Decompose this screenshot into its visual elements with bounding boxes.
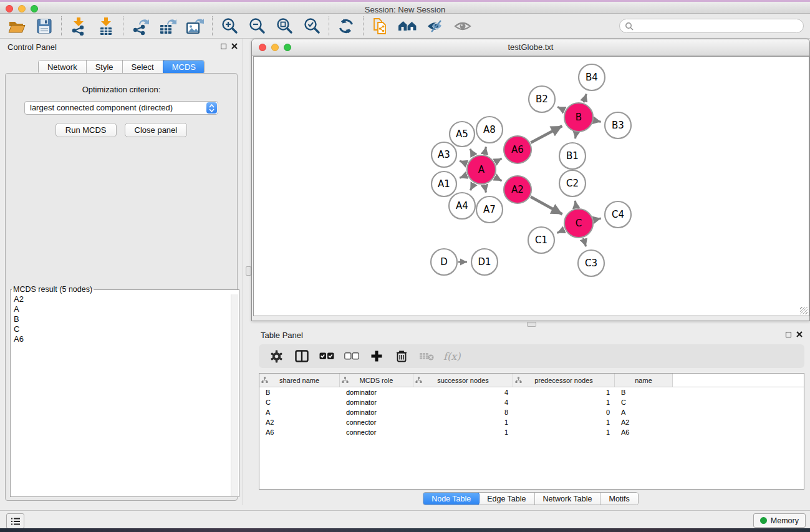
edge-A-A2[interactable] bbox=[495, 177, 502, 181]
cell-shared_name[interactable]: A bbox=[259, 409, 340, 416]
search-field[interactable] bbox=[619, 19, 804, 33]
edge-C-C3[interactable] bbox=[583, 238, 586, 246]
mcds-result-item[interactable]: A bbox=[11, 304, 231, 314]
table-row[interactable]: A6connector11A6 bbox=[259, 427, 804, 437]
cell-shared_name[interactable]: A6 bbox=[259, 428, 340, 436]
close-table-panel-icon[interactable] bbox=[796, 331, 803, 337]
edge-A-A3[interactable] bbox=[460, 161, 467, 164]
open-session-button[interactable] bbox=[4, 16, 29, 36]
tab-node-table[interactable]: Node Table bbox=[423, 492, 480, 505]
edge-B-B2[interactable] bbox=[557, 107, 564, 110]
cell-name[interactable]: A bbox=[615, 409, 673, 416]
tab-style[interactable]: Style bbox=[87, 60, 123, 74]
cell-mcds_role[interactable]: connector bbox=[340, 418, 413, 426]
network-window-titlebar[interactable]: testGlobe.txt bbox=[252, 39, 809, 56]
zoom-selected-button[interactable] bbox=[299, 16, 324, 36]
cell-predecessor_nodes[interactable]: 0 bbox=[513, 409, 615, 416]
close-panel-button[interactable]: Close panel bbox=[125, 123, 188, 137]
float-table-panel-icon[interactable] bbox=[786, 332, 791, 337]
window-resize-grip[interactable] bbox=[800, 307, 808, 314]
cell-successor_nodes[interactable]: 1 bbox=[413, 418, 513, 426]
mcds-result-item[interactable]: C bbox=[11, 324, 231, 334]
table-row[interactable]: Adominator80A bbox=[259, 407, 804, 417]
mcds-result-scrollbar[interactable] bbox=[231, 294, 238, 496]
tab-edge-table[interactable]: Edge Table bbox=[479, 493, 534, 505]
memory-button[interactable]: Memory bbox=[753, 513, 806, 528]
cell-name[interactable]: A6 bbox=[615, 428, 673, 436]
delete-table-button[interactable] bbox=[418, 349, 434, 364]
delete-button[interactable] bbox=[393, 349, 409, 364]
table-row[interactable]: A2connector11A2 bbox=[259, 417, 804, 427]
node-table[interactable]: shared nameMCDS rolesuccessor nodesprede… bbox=[259, 373, 804, 490]
network-from-selection-button[interactable] bbox=[368, 16, 393, 36]
show-graphics-details-button[interactable] bbox=[450, 16, 475, 36]
cell-predecessor_nodes[interactable]: 1 bbox=[513, 389, 615, 396]
cell-name[interactable]: A2 bbox=[615, 418, 673, 426]
column-header-successor-nodes[interactable]: successor nodes bbox=[413, 374, 513, 387]
edge-A-A4[interactable] bbox=[470, 183, 474, 190]
run-mcds-button[interactable]: Run MCDS bbox=[55, 123, 117, 137]
save-session-button[interactable] bbox=[32, 16, 57, 36]
network-canvas[interactable]: B4B2BB3A8A5A6A3B1AC2A1A2A4A7C4CC1DD1C3 bbox=[253, 56, 809, 316]
cell-mcds_role[interactable]: connector bbox=[340, 428, 413, 436]
add-column-button[interactable] bbox=[369, 349, 384, 364]
tab-motifs[interactable]: Motifs bbox=[600, 493, 637, 505]
float-panel-icon[interactable] bbox=[221, 44, 226, 49]
gear-button[interactable] bbox=[269, 349, 284, 364]
hide-graphics-details-button[interactable] bbox=[423, 16, 448, 36]
clear-checkboxes-button[interactable] bbox=[344, 349, 359, 364]
search-input[interactable] bbox=[636, 21, 798, 31]
mcds-result-item[interactable]: A6 bbox=[11, 334, 231, 344]
cell-predecessor_nodes[interactable]: 1 bbox=[513, 418, 615, 426]
edge-A-A7[interactable] bbox=[485, 185, 486, 192]
mcds-result-item[interactable]: A2 bbox=[11, 294, 231, 304]
edge-C-C2[interactable] bbox=[575, 201, 576, 208]
edge-B-B3[interactable] bbox=[594, 120, 600, 122]
cell-predecessor_nodes[interactable]: 1 bbox=[513, 428, 615, 436]
cell-shared_name[interactable]: C bbox=[259, 399, 340, 406]
cell-mcds_role[interactable]: dominator bbox=[340, 399, 413, 406]
cell-mcds_role[interactable]: dominator bbox=[340, 389, 413, 396]
edge-A2-C[interactable] bbox=[531, 197, 562, 215]
edge-A-A5[interactable] bbox=[470, 149, 474, 156]
zoom-in-button[interactable] bbox=[217, 16, 242, 36]
zoom-out-button[interactable] bbox=[244, 16, 269, 36]
select-all-checkboxes-button[interactable] bbox=[319, 349, 334, 364]
cell-name[interactable]: C bbox=[615, 399, 673, 406]
cell-successor_nodes[interactable]: 8 bbox=[413, 409, 513, 416]
tab-network-table[interactable]: Network Table bbox=[535, 493, 601, 505]
cell-shared_name[interactable]: B bbox=[259, 389, 340, 396]
edge-C-C4[interactable] bbox=[594, 218, 600, 220]
cell-successor_nodes[interactable]: 4 bbox=[413, 389, 513, 396]
cell-name[interactable]: B bbox=[615, 389, 673, 396]
function-builder-button[interactable]: f(x) bbox=[443, 349, 460, 364]
edge-C-C1[interactable] bbox=[557, 230, 565, 233]
cell-predecessor_nodes[interactable]: 1 bbox=[513, 399, 615, 406]
first-neighbors-button[interactable] bbox=[395, 16, 420, 36]
import-network-button[interactable] bbox=[66, 16, 91, 36]
edge-A-A8[interactable] bbox=[485, 147, 486, 154]
task-history-button[interactable] bbox=[6, 513, 24, 529]
tab-select[interactable]: Select bbox=[123, 60, 163, 74]
cell-mcds_role[interactable]: dominator bbox=[340, 409, 413, 416]
column-header-predecessor-nodes[interactable]: predecessor nodes bbox=[513, 374, 615, 387]
column-header-shared-name[interactable]: shared name bbox=[259, 374, 340, 387]
edge-B-B4[interactable] bbox=[584, 94, 586, 103]
refresh-button[interactable] bbox=[334, 16, 359, 36]
zoom-fit-button[interactable] bbox=[272, 16, 297, 36]
close-panel-icon[interactable] bbox=[231, 43, 238, 49]
vertical-splitter-grip[interactable] bbox=[246, 266, 251, 276]
criterion-dropdown[interactable]: largest connected component (directed) bbox=[24, 101, 218, 115]
column-header-MCDS-role[interactable]: MCDS role bbox=[340, 374, 413, 387]
mcds-result-item[interactable]: B bbox=[11, 314, 231, 324]
export-network-button[interactable] bbox=[128, 16, 153, 36]
edge-A-A6[interactable] bbox=[495, 158, 502, 162]
split-columns-button[interactable] bbox=[294, 349, 309, 364]
tab-network[interactable]: Network bbox=[39, 60, 87, 74]
horizontal-splitter-grip[interactable] bbox=[527, 322, 536, 327]
cell-successor_nodes[interactable]: 1 bbox=[413, 428, 513, 436]
export-image-button[interactable] bbox=[183, 16, 208, 36]
column-header-name[interactable]: name bbox=[615, 374, 673, 387]
export-table-button[interactable] bbox=[155, 16, 180, 36]
cell-shared_name[interactable]: A2 bbox=[259, 418, 340, 426]
